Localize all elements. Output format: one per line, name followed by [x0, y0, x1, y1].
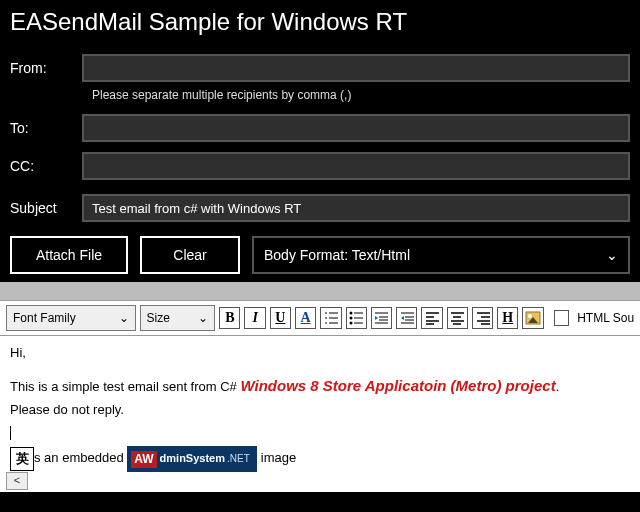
embedded-image: AWdminSystem.NET	[127, 446, 257, 472]
scroll-left-button[interactable]: <	[6, 472, 28, 490]
cc-label: CC:	[10, 158, 82, 174]
body-embed-line: 英s an embedded AWdminSystem.NET image	[10, 446, 630, 472]
font-size-select[interactable]: Size ⌄	[140, 305, 216, 331]
chevron-down-icon: ⌄	[198, 311, 208, 325]
subject-label: Subject	[10, 200, 82, 216]
to-input[interactable]	[82, 114, 630, 142]
from-label: From:	[10, 60, 82, 76]
body-editor[interactable]: Hi, This is a simple test email sent fro…	[0, 336, 640, 492]
body-format-select[interactable]: Body Format: Text/Html ⌄	[252, 236, 630, 274]
attach-file-button[interactable]: Attach File	[10, 236, 128, 274]
align-right-icon[interactable]	[472, 307, 493, 329]
indent-icon[interactable]	[396, 307, 417, 329]
italic-icon[interactable]: I	[244, 307, 265, 329]
text-caret	[10, 426, 11, 440]
insert-image-icon[interactable]	[522, 307, 543, 329]
svg-marker-21	[401, 316, 404, 320]
html-source-label: HTML Sou	[577, 311, 634, 325]
body-greeting: Hi,	[10, 344, 630, 363]
chevron-down-icon: ⌄	[606, 247, 618, 263]
action-bar: Attach File Clear Body Format: Text/Html…	[0, 236, 640, 274]
font-color-icon[interactable]: A	[295, 307, 316, 329]
svg-point-8	[350, 322, 353, 325]
bold-icon[interactable]: B	[219, 307, 240, 329]
clear-button[interactable]: Clear	[140, 236, 240, 274]
body-line2: Please do not reply.	[10, 401, 630, 420]
chevron-down-icon: ⌄	[119, 311, 129, 325]
app-window: EASendMail Sample for Windows RT From: P…	[0, 0, 640, 512]
body-line1: This is a simple test email sent from C#…	[10, 375, 630, 397]
page-title: EASendMail Sample for Windows RT	[0, 0, 640, 54]
svg-point-35	[528, 314, 532, 318]
svg-marker-16	[375, 316, 378, 320]
body-format-label: Body Format: Text/Html	[264, 247, 410, 263]
align-center-icon[interactable]	[447, 307, 468, 329]
font-family-select[interactable]: Font Family ⌄	[6, 305, 136, 331]
separator-bar	[0, 282, 640, 300]
align-left-icon[interactable]	[421, 307, 442, 329]
editor-toolbar: Font Family ⌄ Size ⌄ B I U A H HTML Sou	[0, 300, 640, 336]
hyperlink-icon[interactable]: H	[497, 307, 518, 329]
ime-indicator: 英	[10, 447, 34, 471]
unordered-list-icon[interactable]	[346, 307, 367, 329]
ordered-list-icon[interactable]	[320, 307, 341, 329]
underline-icon[interactable]: U	[270, 307, 291, 329]
from-input[interactable]	[82, 54, 630, 82]
svg-point-7	[350, 317, 353, 320]
subject-input[interactable]	[82, 194, 630, 222]
compose-form: From: Please separate multiple recipient…	[0, 54, 640, 222]
cc-input[interactable]	[82, 152, 630, 180]
recipients-help-text: Please separate multiple recipients by c…	[92, 88, 630, 102]
svg-point-6	[350, 312, 353, 315]
to-label: To:	[10, 120, 82, 136]
outdent-icon[interactable]	[371, 307, 392, 329]
html-source-checkbox[interactable]	[554, 310, 569, 326]
